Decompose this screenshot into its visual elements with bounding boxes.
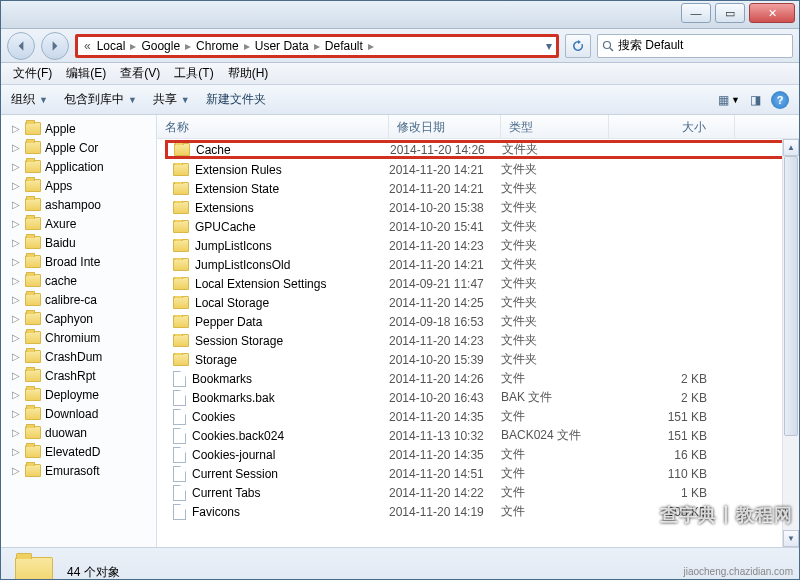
breadcrumb-item[interactable]: Google [137, 39, 184, 53]
nav-forward-button[interactable] [41, 32, 69, 60]
help-button[interactable]: ? [771, 91, 789, 109]
tree-item[interactable]: ▷calibre-ca [1, 290, 156, 309]
list-item[interactable]: Extensions2014-10-20 15:38文件夹 [157, 198, 799, 217]
tree-item[interactable]: ▷Apple Cor [1, 138, 156, 157]
search-input[interactable]: 搜索 Default [597, 34, 793, 58]
organize-button[interactable]: 组织▼ [11, 91, 48, 108]
include-in-library-button[interactable]: 包含到库中▼ [64, 91, 137, 108]
expand-icon[interactable]: ▷ [11, 161, 21, 172]
list-item[interactable]: JumpListIcons2014-11-20 14:23文件夹 [157, 236, 799, 255]
list-item[interactable]: Bookmarks2014-11-20 14:26文件2 KB [157, 369, 799, 388]
list-item[interactable]: Extension Rules2014-11-20 14:21文件夹 [157, 160, 799, 179]
expand-icon[interactable]: ▷ [11, 142, 21, 153]
breadcrumb[interactable]: « Local▸ Google▸ Chrome▸ User Data▸ Defa… [75, 34, 559, 58]
expand-icon[interactable]: ▷ [11, 370, 21, 381]
list-item[interactable]: Cookies-journal2014-11-20 14:35文件16 KB [157, 445, 799, 464]
new-folder-button[interactable]: 新建文件夹 [206, 91, 266, 108]
preview-pane-button[interactable]: ◨ [750, 93, 761, 107]
tree-item[interactable]: ▷cache [1, 271, 156, 290]
scroll-up-button[interactable]: ▲ [783, 139, 799, 156]
nav-back-button[interactable] [7, 32, 35, 60]
column-size[interactable]: 大小 [609, 115, 735, 138]
menu-edit[interactable]: 编辑(E) [60, 63, 112, 84]
expand-icon[interactable]: ▷ [11, 237, 21, 248]
expand-icon[interactable]: ▷ [11, 408, 21, 419]
tree-item[interactable]: ▷Chromium [1, 328, 156, 347]
tree-item[interactable]: ▷Deployme [1, 385, 156, 404]
list-item[interactable]: GPUCache2014-10-20 15:41文件夹 [157, 217, 799, 236]
close-button[interactable]: ✕ [749, 3, 795, 23]
folder-icon [25, 198, 41, 211]
menu-view[interactable]: 查看(V) [114, 63, 166, 84]
breadcrumb-dropdown-icon[interactable]: ▾ [546, 39, 552, 53]
list-item[interactable]: Local Storage2014-11-20 14:25文件夹 [157, 293, 799, 312]
file-type: 文件 [501, 446, 609, 463]
vertical-scrollbar[interactable]: ▲ ▼ [782, 139, 799, 547]
maximize-button[interactable]: ▭ [715, 3, 745, 23]
expand-icon[interactable]: ▷ [11, 199, 21, 210]
file-size: 2 KB [609, 372, 735, 386]
share-button[interactable]: 共享▼ [153, 91, 190, 108]
expand-icon[interactable]: ▷ [11, 294, 21, 305]
list-item[interactable]: Session Storage2014-11-20 14:23文件夹 [157, 331, 799, 350]
breadcrumb-overflow[interactable]: « [84, 39, 91, 53]
expand-icon[interactable]: ▷ [11, 313, 21, 324]
tree-item[interactable]: ▷ElevatedD [1, 442, 156, 461]
expand-icon[interactable]: ▷ [11, 275, 21, 286]
list-item[interactable]: Current Tabs2014-11-20 14:22文件1 KB [157, 483, 799, 502]
expand-icon[interactable]: ▷ [11, 351, 21, 362]
list-item[interactable]: Cache2014-11-20 14:26文件夹 [165, 140, 795, 159]
column-name[interactable]: 名称 [157, 115, 389, 138]
list-item[interactable]: Pepper Data2014-09-18 16:53文件夹 [157, 312, 799, 331]
list-item[interactable]: Cookies2014-11-20 14:35文件151 KB [157, 407, 799, 426]
tree-item[interactable]: ▷Broad Inte [1, 252, 156, 271]
expand-icon[interactable]: ▷ [11, 427, 21, 438]
menu-file[interactable]: 文件(F) [7, 63, 58, 84]
column-type[interactable]: 类型 [501, 115, 609, 138]
folder-icon [25, 407, 41, 420]
tree-item[interactable]: ▷Emurasoft [1, 461, 156, 480]
list-item[interactable]: Current Session2014-11-20 14:51文件110 KB [157, 464, 799, 483]
menu-tools[interactable]: 工具(T) [168, 63, 219, 84]
expand-icon[interactable]: ▷ [11, 218, 21, 229]
expand-icon[interactable]: ▷ [11, 446, 21, 457]
list-item[interactable]: Extension State2014-11-20 14:21文件夹 [157, 179, 799, 198]
list-item[interactable]: JumpListIconsOld2014-11-20 14:21文件夹 [157, 255, 799, 274]
expand-icon[interactable]: ▷ [11, 332, 21, 343]
expand-icon[interactable]: ▷ [11, 180, 21, 191]
tree-item[interactable]: ▷Caphyon [1, 309, 156, 328]
menu-help[interactable]: 帮助(H) [222, 63, 275, 84]
breadcrumb-item[interactable]: Local [93, 39, 130, 53]
tree-item-label: Baidu [45, 236, 76, 250]
tree-item[interactable]: ▷Axure [1, 214, 156, 233]
expand-icon[interactable]: ▷ [11, 256, 21, 267]
folder-tree[interactable]: ▷Apple▷Apple Cor▷Application▷Apps▷ashamp… [1, 115, 157, 547]
list-item[interactable]: Bookmarks.bak2014-10-20 16:43BAK 文件2 KB [157, 388, 799, 407]
expand-icon[interactable]: ▷ [11, 123, 21, 134]
scroll-thumb[interactable] [784, 156, 798, 436]
tree-item[interactable]: ▷CrashDum [1, 347, 156, 366]
breadcrumb-item[interactable]: Chrome [192, 39, 243, 53]
refresh-button[interactable] [565, 34, 591, 58]
minimize-button[interactable]: — [681, 3, 711, 23]
tree-item[interactable]: ▷CrashRpt [1, 366, 156, 385]
tree-item[interactable]: ▷Baidu [1, 233, 156, 252]
list-item[interactable]: Storage2014-10-20 15:39文件夹 [157, 350, 799, 369]
expand-icon[interactable]: ▷ [11, 389, 21, 400]
tree-item[interactable]: ▷duowan [1, 423, 156, 442]
explorer-body: ▷Apple▷Apple Cor▷Application▷Apps▷ashamp… [1, 115, 799, 547]
tree-item[interactable]: ▷Application [1, 157, 156, 176]
list-item[interactable]: Cookies.back0242014-11-13 10:32BACK024 文… [157, 426, 799, 445]
tree-item[interactable]: ▷Apple [1, 119, 156, 138]
file-list-body[interactable]: Cache2014-11-20 14:26文件夹Extension Rules2… [157, 139, 799, 523]
column-date[interactable]: 修改日期 [389, 115, 501, 138]
tree-item[interactable]: ▷ashampoo [1, 195, 156, 214]
scroll-down-button[interactable]: ▼ [783, 530, 799, 547]
breadcrumb-item[interactable]: User Data [251, 39, 313, 53]
view-options-button[interactable]: ▦ ▼ [718, 93, 740, 107]
breadcrumb-item[interactable]: Default [321, 39, 367, 53]
tree-item[interactable]: ▷Download [1, 404, 156, 423]
expand-icon[interactable]: ▷ [11, 465, 21, 476]
list-item[interactable]: Local Extension Settings2014-09-21 11:47… [157, 274, 799, 293]
tree-item[interactable]: ▷Apps [1, 176, 156, 195]
